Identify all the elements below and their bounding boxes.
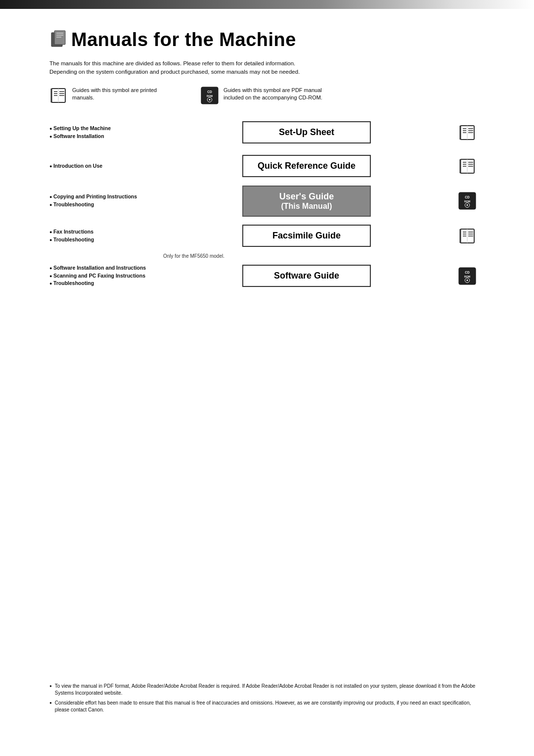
software-guide-box: Software Guide xyxy=(242,265,371,287)
footnotes: To view the manual in PDF format, Adobe … xyxy=(49,683,485,716)
quick-ref-icon-area xyxy=(450,157,485,175)
facsimile-icon-area xyxy=(450,227,485,245)
page-container: Manuals for the Machine The manuals for … xyxy=(0,0,534,756)
facsimile-bullet-2: Troubleshooting xyxy=(49,236,153,244)
software-guide-bullet-3: Troubleshooting xyxy=(49,280,153,287)
intro-line-2: Depending on the system configuration an… xyxy=(49,68,485,76)
svg-text:ROM: ROM xyxy=(207,94,213,97)
print-legend-text: Guides with this symbol are printed manu… xyxy=(72,87,171,102)
users-guide-cdrom-icon: CD ROM xyxy=(458,192,476,210)
facsimile-bullets: Fax Instructions Troubleshooting xyxy=(49,228,163,244)
title-section: Manuals for the Machine xyxy=(49,29,485,50)
facsimile-box: Facsimile Guide xyxy=(242,225,371,247)
facsimile-only-note: Only for the MF5650 model. xyxy=(163,253,485,259)
cdrom-legend-text: Guides with this symbol are PDF manual i… xyxy=(223,87,322,102)
facsimile-title: Facsimile Guide xyxy=(272,231,341,240)
quick-ref-title: Quick Reference Guide xyxy=(258,161,356,171)
quick-ref-bullet-1: Introduction on Use xyxy=(49,162,153,170)
quick-ref-book-icon xyxy=(458,157,476,175)
manual-row-setup-sheet: Setting Up the Machine Software Installa… xyxy=(49,118,485,147)
setup-sheet-bullets: Setting Up the Machine Software Installa… xyxy=(49,125,163,141)
svg-text:ROM: ROM xyxy=(464,200,470,203)
software-guide-icon-area: CD ROM xyxy=(450,267,485,285)
facsimile-book-icon xyxy=(458,227,476,245)
svg-text:CD: CD xyxy=(465,195,470,199)
manual-row-facsimile: Fax Instructions Troubleshooting Facsimi… xyxy=(49,222,485,250)
svg-text:ROM: ROM xyxy=(464,275,470,278)
intro-line-1: The manuals for this machine are divided… xyxy=(49,59,485,68)
manual-row-quick-ref: Introduction on Use Quick Reference Guid… xyxy=(49,152,485,181)
quick-ref-box-area: Quick Reference Guide xyxy=(163,155,450,177)
book-legend-icon xyxy=(49,87,67,104)
manual-row-users-guide: Copying and Printing Instructions Troubl… xyxy=(49,186,485,217)
intro-text: The manuals for this machine are divided… xyxy=(49,59,485,77)
software-guide-cdrom-icon: CD ROM xyxy=(458,267,476,285)
facsimile-box-area: Facsimile Guide xyxy=(163,225,450,247)
manuals-table: Setting Up the Machine Software Installa… xyxy=(49,118,485,290)
legend-row: Guides with this symbol are printed manu… xyxy=(49,87,485,104)
print-legend-item: Guides with this symbol are printed manu… xyxy=(49,87,171,104)
setup-sheet-icon-area xyxy=(450,124,485,142)
cdrom-legend-icon: CD ROM xyxy=(201,87,219,104)
software-guide-bullet-1: Software Installation and Instructions xyxy=(49,264,153,272)
svg-point-41 xyxy=(467,204,468,206)
quick-ref-bullets: Introduction on Use xyxy=(49,162,163,170)
svg-rect-3 xyxy=(56,35,63,36)
setup-bullet-2: Software Installation xyxy=(49,133,153,141)
top-bar xyxy=(0,0,534,9)
svg-rect-4 xyxy=(56,37,61,38)
users-guide-bullet-1: Copying and Printing Instructions xyxy=(49,193,153,201)
svg-text:CD: CD xyxy=(207,90,212,94)
software-guide-box-area: Software Guide xyxy=(163,265,450,287)
cdrom-legend-item: CD ROM Guides with this symbol are PDF m… xyxy=(201,87,322,104)
quick-ref-box: Quick Reference Guide xyxy=(242,155,371,177)
users-guide-bullets: Copying and Printing Instructions Troubl… xyxy=(49,193,163,209)
software-guide-title: Software Guide xyxy=(274,271,339,281)
setup-sheet-title: Set-Up Sheet xyxy=(279,127,334,137)
setup-sheet-box: Set-Up Sheet xyxy=(242,121,371,143)
svg-point-18 xyxy=(209,99,211,100)
footnote-1: To view the manual in PDF format, Adobe … xyxy=(49,683,485,697)
manual-row-software-guide: Software Installation and Instructions S… xyxy=(49,262,485,290)
title-icon xyxy=(49,29,71,50)
users-guide-box: User's Guide (This Manual) xyxy=(242,186,371,217)
content-area: Manuals for the Machine The manuals for … xyxy=(0,9,534,325)
users-guide-title: User's Guide xyxy=(253,191,360,202)
users-guide-box-area: User's Guide (This Manual) xyxy=(163,186,450,217)
svg-rect-2 xyxy=(56,33,63,34)
users-guide-subtitle: (This Manual) xyxy=(253,202,360,211)
svg-point-55 xyxy=(467,280,468,281)
software-guide-bullet-2: Scanning and PC Faxing Instructions xyxy=(49,272,153,280)
page-title: Manuals for the Machine xyxy=(71,29,296,50)
facsimile-bullet-1: Fax Instructions xyxy=(49,228,153,236)
software-guide-bullets: Software Installation and Instructions S… xyxy=(49,264,163,287)
users-guide-icon-area: CD ROM xyxy=(450,192,485,210)
setup-sheet-book-icon xyxy=(458,124,476,142)
users-guide-bullet-2: Troubleshooting xyxy=(49,201,153,209)
setup-sheet-box-area: Set-Up Sheet xyxy=(163,121,450,143)
footnote-2: Considerable effort has been made to ens… xyxy=(49,700,485,713)
svg-text:CD: CD xyxy=(465,271,470,274)
setup-bullet-1: Setting Up the Machine xyxy=(49,125,153,133)
